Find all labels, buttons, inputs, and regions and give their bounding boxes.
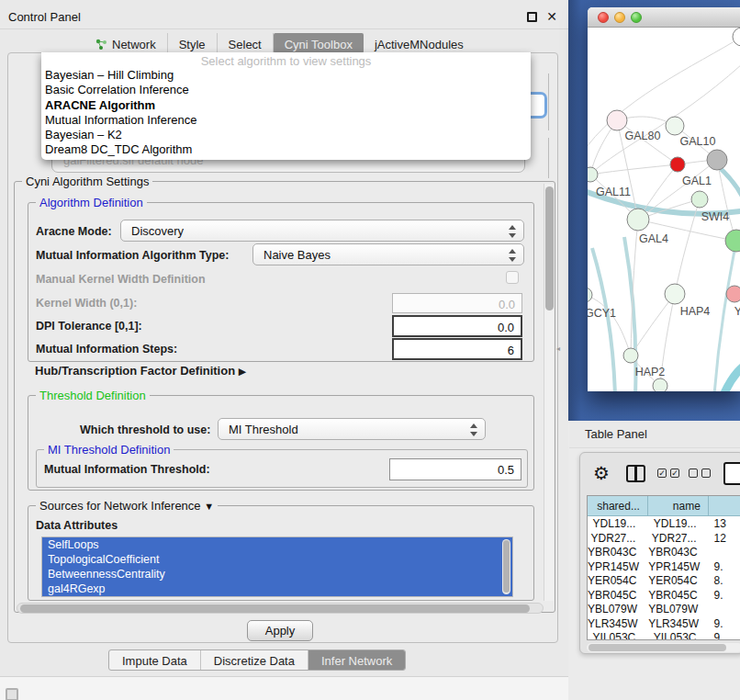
mi-algorithm-type-combo[interactable]: Naive Bayes (252, 243, 524, 265)
zoom-traffic-light-icon[interactable] (631, 12, 642, 23)
network-node-hap4[interactable] (665, 284, 685, 304)
table-horizontal-scrollbar[interactable] (587, 643, 740, 652)
which-threshold-label: Which threshold to use: (80, 423, 210, 436)
settings-horizontal-scrollbar-thumb[interactable] (20, 604, 530, 613)
hidden-groupbox-border (548, 73, 549, 130)
column-header-name[interactable]: name (648, 496, 709, 516)
network-window-titlebar[interactable] (588, 7, 740, 28)
sources-group: Sources for Network Inference ▼ Data Att… (28, 505, 534, 601)
float-window-icon[interactable] (527, 12, 537, 22)
network-node-gal1[interactable] (670, 157, 685, 172)
gear-icon[interactable]: ⚙ (593, 462, 610, 484)
mi-threshold-label: Mutual Information Threshold: (44, 463, 210, 476)
tab-select[interactable]: Select (218, 33, 274, 53)
settings-horizontal-scrollbar[interactable] (17, 603, 544, 614)
sources-expander[interactable]: Sources for Network Inference ▼ (36, 499, 218, 513)
which-threshold-combo[interactable]: MI Threshold (218, 418, 486, 440)
data-attributes-label: Data Attributes (36, 519, 118, 532)
option-bayesian-k2[interactable]: Bayesian – K2 (41, 128, 531, 142)
network-node[interactable] (725, 230, 740, 252)
table-row[interactable]: YBR045C YBR045C 9. (588, 588, 740, 603)
apply-button[interactable]: Apply (247, 620, 313, 641)
network-node-label: GAL4 (639, 232, 668, 245)
table-row[interactable]: YLR345W YLR345W 9. (588, 616, 740, 631)
table-row[interactable]: YBR043C YBR043C (588, 545, 740, 559)
network-tab-icon (95, 39, 107, 51)
list-item-topologicalcoefficient[interactable]: TopologicalCoefficient (42, 552, 512, 567)
tab-network[interactable]: Network (84, 33, 168, 53)
list-item-betweennesscentrality[interactable]: BetweennessCentrality (42, 567, 512, 581)
control-panel-titlebar: Control Panel ✕ (0, 6, 568, 29)
aracne-mode-combo[interactable]: Discovery (120, 220, 524, 242)
mi-threshold-definition-group: MI Threshold Definition Mutual Informati… (36, 449, 528, 488)
settings-vertical-scrollbar-thumb[interactable] (545, 186, 554, 310)
mi-threshold-field[interactable]: 0.5 (389, 458, 521, 480)
collapsed-arrow-icon: ▶ (239, 366, 246, 377)
table-horizontal-scrollbar-thumb[interactable] (589, 644, 726, 651)
tab-impute-data[interactable]: Impute Data (109, 650, 201, 670)
tab-network-label: Network (112, 38, 156, 51)
tab-discretize-data[interactable]: Discretize Data (201, 650, 308, 670)
new-table-icon[interactable] (723, 462, 740, 485)
option-dream8-dc-tdc-algorithm[interactable]: Dream8 DC_TDC Algorithm (41, 142, 531, 157)
manual-kernel-label: Manual Kernel Width Definition (36, 273, 206, 286)
attributes-list-scrollbar-thumb[interactable] (503, 540, 510, 593)
list-item-gal4rgexp[interactable]: gal4RGexp (42, 581, 512, 596)
network-node-label: GAL80 (625, 130, 661, 142)
select-all-checkboxes-icon[interactable]: ✓ ✓ (657, 469, 679, 478)
option-mutual-information-inference[interactable]: Mutual Information Inference (41, 113, 531, 128)
cyni-algorithm-settings-group: Cyni Algorithm Settings Algorithm Defini… (14, 181, 555, 613)
network-node-gcy1[interactable] (588, 288, 592, 302)
table-row[interactable]: YDL19... YDL19... 13 (588, 516, 740, 531)
control-panel-tabbar: Network Style Select Cyni Toolbox jActiv… (84, 33, 475, 53)
network-node-label: HAP2 (635, 366, 666, 378)
option-aracne-algorithm[interactable]: ARACNE Algorithm (41, 98, 531, 113)
dpi-tolerance-field[interactable]: 0.0 (392, 315, 522, 337)
deselect-all-checkboxes-icon[interactable] (689, 469, 711, 478)
network-node[interactable] (733, 28, 740, 46)
network-canvas[interactable]: GAL80GAL10GAL1GAL11SWI4GAL4GCY1HAP4YHAP2 (588, 28, 740, 391)
tab-jactivemnodules[interactable]: jActiveMNodules (364, 33, 475, 53)
column-header-3[interactable] (709, 496, 740, 516)
table-toolbar: ⚙ ✓ ✓ (580, 460, 740, 491)
network-node-gal11[interactable] (588, 167, 598, 182)
table-row[interactable]: YER054C YER054C 8. (588, 573, 740, 588)
hidden-groupbox-border (548, 138, 549, 178)
mi-steps-field[interactable]: 6 (392, 338, 522, 360)
threshold-definition-group: Threshold Definition Which threshold to … (28, 395, 534, 491)
panel-divider-grip[interactable] (556, 338, 563, 348)
network-node-gal80[interactable] (607, 110, 627, 130)
hub-tf-expander[interactable]: Hub/Transcription Factor Definition ▶ (35, 364, 246, 378)
settings-vertical-scrollbar[interactable] (544, 184, 554, 601)
close-traffic-light-icon[interactable] (598, 12, 609, 23)
network-node[interactable] (653, 378, 667, 391)
table-row[interactable]: YDR27... YDR27... 12 (588, 531, 740, 546)
tab-cyni-toolbox[interactable]: Cyni Toolbox (274, 33, 364, 53)
attributes-list-scrollbar[interactable] (502, 539, 510, 594)
network-node-label: GCY1 (588, 307, 616, 320)
screen: Control Panel ✕ Network Style Select Cyn… (0, 0, 740, 700)
network-node-y[interactable] (726, 286, 740, 302)
network-node-swi4[interactable] (691, 191, 708, 208)
dpi-tolerance-label: DPI Tolerance [0,1]: (36, 320, 142, 333)
network-node[interactable] (707, 150, 727, 170)
split-columns-icon[interactable] (626, 465, 645, 482)
table-row[interactable]: YIL053C YIL053C 9 (588, 630, 740, 640)
close-icon[interactable]: ✕ (546, 9, 557, 24)
combo-spinner-icon (508, 248, 516, 263)
option-basic-correlation-inference[interactable]: Basic Correlation Inference (41, 83, 531, 97)
minimize-traffic-light-icon[interactable] (614, 12, 625, 23)
table-row[interactable]: YBL079W YBL079W (588, 602, 740, 616)
minimized-panel-icon[interactable] (6, 688, 18, 700)
tab-infer-network[interactable]: Infer Network (308, 650, 405, 670)
table-panel-header: Table Panel (569, 421, 740, 448)
list-item-selfloops[interactable]: SelfLoops (42, 537, 512, 552)
column-header-shared[interactable]: shared... (588, 496, 648, 516)
network-node-gal10[interactable] (666, 117, 684, 135)
kernel-width-label: Kernel Width (0,1): (36, 297, 137, 310)
network-node-hap2[interactable] (623, 348, 638, 363)
table-row[interactable]: YPR145W YPR145W 9. (588, 559, 740, 574)
network-node-gal4[interactable] (627, 209, 649, 231)
tab-style[interactable]: Style (168, 33, 218, 53)
option-bayesian-hill-climbing[interactable]: Bayesian – Hill Climbing (41, 68, 531, 83)
